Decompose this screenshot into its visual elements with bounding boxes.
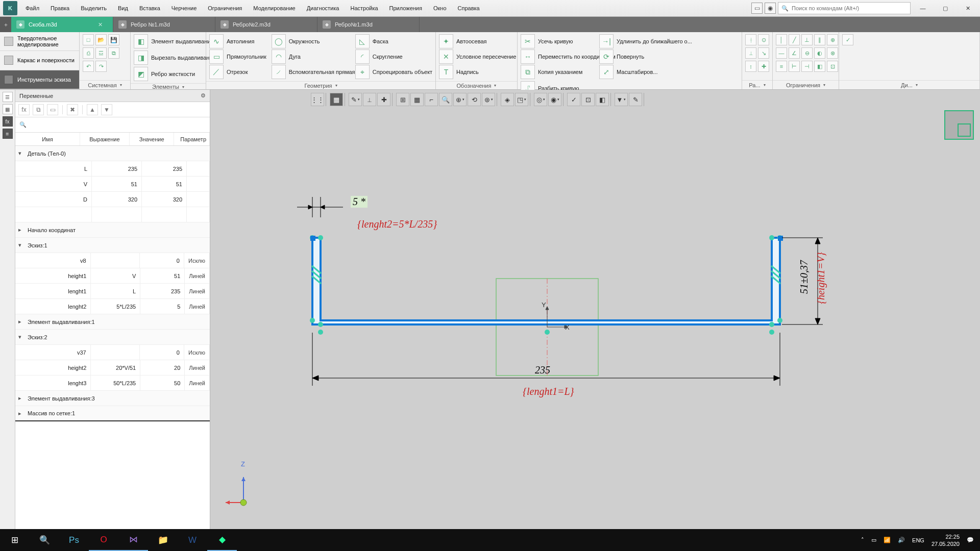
dim-icon[interactable]: ⟂ — [745, 47, 756, 59]
open-icon[interactable]: 📂 — [95, 34, 107, 45]
c-icon[interactable]: ⊖ — [801, 47, 813, 59]
tree-row[interactable]: lenght350*L/23550Линей — [15, 375, 210, 391]
c-icon[interactable]: ⊣ — [801, 61, 813, 72]
copy-cmd-button[interactable]: ⧉Копия указанием — [521, 65, 597, 79]
menu-Справка[interactable]: Справка — [453, 2, 485, 14]
tree-group[interactable]: ▸Массив по сетке:1 — [15, 406, 210, 421]
redo-icon[interactable]: ↷ — [95, 61, 107, 72]
photoshop-icon[interactable]: Ps — [59, 529, 89, 551]
start-button[interactable]: ⊞ — [0, 529, 30, 551]
fillet-button[interactable]: ◜Скругление — [355, 49, 432, 64]
menu-Вид[interactable]: Вид — [113, 2, 133, 14]
libs-icon[interactable]: ▦ — [3, 104, 13, 114]
trim-button[interactable]: ✂Усечь кривую — [521, 34, 597, 48]
auxline-button[interactable]: ⟋Вспомогательная прямая — [272, 65, 353, 79]
link-icon[interactable]: ⧉ — [33, 104, 44, 115]
tree-row[interactable]: v80Исклю — [15, 253, 210, 268]
down-icon[interactable]: ▼ — [101, 104, 112, 115]
dim-icon[interactable]: ✚ — [758, 61, 769, 72]
dim-icon[interactable]: ⟊ — [745, 34, 756, 45]
menu-Выделить[interactable]: Выделить — [76, 2, 112, 14]
move-button[interactable]: ↔Переместить по координатам — [521, 49, 597, 64]
tree-row[interactable]: height1V51Линей — [15, 268, 210, 284]
kompas-icon[interactable]: ◆ — [207, 529, 237, 551]
c-icon[interactable]: ∥ — [814, 34, 825, 45]
menu-Диагностика[interactable]: Диагностика — [302, 2, 345, 14]
tab[interactable]: ◆Скоба.m3d✕ — [11, 17, 113, 32]
volume-icon[interactable]: 🔊 — [898, 537, 905, 543]
arc-button[interactable]: ◠Дуга — [272, 49, 353, 64]
tree-group[interactable]: ▸Элемент выдавливания:3 — [15, 391, 210, 406]
menu-Правка[interactable]: Правка — [45, 2, 75, 14]
c-icon[interactable]: ◐ — [814, 47, 825, 59]
collapse-icon[interactable]: ▭ — [47, 104, 58, 115]
c-icon[interactable]: ⊥ — [801, 34, 813, 45]
extrude-button[interactable]: ◧Элемент выдавливания — [134, 34, 216, 48]
tree-icon[interactable]: ☰ — [3, 92, 13, 102]
rib-button[interactable]: ◩Ребро жесткости — [134, 67, 198, 81]
save-icon[interactable]: 💾 — [108, 34, 119, 45]
menu-Окно[interactable]: Окно — [428, 2, 452, 14]
minimize-button[interactable]: — — [913, 2, 933, 14]
circle-button[interactable]: ◯Окружность — [272, 34, 353, 48]
vscode-icon[interactable]: ⋈ — [118, 529, 148, 551]
camera-icon[interactable]: ◉ — [765, 3, 776, 14]
gear-icon[interactable]: ⚙ — [201, 92, 206, 99]
props-icon[interactable]: ☲ — [95, 47, 107, 59]
c-icon[interactable]: ≡ — [776, 61, 787, 72]
dim-icon[interactable]: ↕ — [745, 61, 756, 72]
tree-row[interactable]: height220*V/5120Линей — [15, 360, 210, 375]
tab[interactable]: ◆Ребро№2.m3d — [215, 17, 317, 32]
undo-icon[interactable]: ↶ — [83, 61, 94, 72]
c-icon[interactable]: │ — [776, 34, 787, 45]
command-search-input[interactable] — [792, 5, 907, 11]
tree-row[interactable]: D320320 — [15, 192, 210, 207]
text-button[interactable]: TНадпись — [439, 65, 510, 79]
fx-button[interactable]: fx — [18, 104, 30, 115]
notifications-icon[interactable]: 💬 — [967, 537, 974, 543]
autoline-button[interactable]: ∿Автолиния — [209, 34, 270, 48]
tree-group[interactable]: ▾Эскиз:1 — [15, 238, 210, 253]
copy-icon[interactable]: ⧉ — [108, 47, 119, 59]
c-icon[interactable]: ⊕ — [827, 34, 838, 45]
close-button[interactable]: ✕ — [958, 2, 978, 14]
project-button[interactable]: ⌖Спроецировать объект — [355, 65, 432, 79]
explorer-icon[interactable]: 📁 — [148, 529, 178, 551]
tab[interactable]: ◆Ребро№1.m3d — [317, 17, 420, 32]
rotate-button[interactable]: ⟳Повернуть — [599, 49, 676, 64]
tree-row[interactable]: V5151 — [15, 177, 210, 192]
c-icon[interactable]: ⊢ — [789, 61, 800, 72]
chamfer-button[interactable]: ◺Фаска — [355, 34, 432, 48]
layout-icon[interactable]: ▭ — [751, 3, 763, 14]
tree-row[interactable]: L235235 — [15, 161, 210, 177]
wifi-icon[interactable]: 📶 — [884, 537, 891, 543]
up-icon[interactable]: ▲ — [87, 104, 98, 115]
tab[interactable]: ◆Ребро №1.m3d — [113, 17, 215, 32]
dim-icon[interactable]: ⊙ — [758, 34, 769, 45]
canvas[interactable]: ⋮⋮ ▦ ✎▾⟂✚ ⊞▦⌐🔍⊕▾⟲⊛▾ ◈◳▾ ◎▾◉▾ ✓⊡◧ ▼▾✎ — [210, 90, 980, 529]
command-search[interactable]: 🔍 — [778, 2, 911, 14]
print-icon[interactable]: ⎙ — [83, 47, 94, 59]
menu-Приложения[interactable]: Приложения — [384, 2, 427, 14]
menu-Моделирование[interactable]: Моделирование — [248, 2, 300, 14]
autooseva-button[interactable]: ✦Автоосевая — [439, 34, 510, 48]
word-icon[interactable]: W — [178, 529, 207, 551]
tree-row[interactable]: lenght1L235Линей — [15, 284, 210, 299]
clock[interactable]: 22:2527.05.2020 — [932, 533, 960, 547]
tree-row[interactable]: lenght25*L/2355Линей — [15, 299, 210, 314]
mode-button[interactable]: Твердотельное моделирование — [0, 32, 79, 51]
c-icon[interactable]: ∠ — [789, 47, 800, 59]
scale-button[interactable]: ⤢Масштабиров... — [599, 65, 676, 79]
rectangle-button[interactable]: ▭Прямоугольник — [209, 49, 270, 64]
search-button[interactable]: 🔍 — [30, 529, 59, 551]
tree-group[interactable]: ▾Деталь (Тел-0) — [15, 146, 210, 161]
menu-Черчение[interactable]: Черчение — [166, 2, 202, 14]
dim-icon[interactable]: ↘ — [758, 47, 769, 59]
menu-Настройка[interactable]: Настройка — [345, 2, 383, 14]
add-tab-button[interactable]: ＋ — [0, 17, 11, 32]
variables-search-input[interactable] — [30, 122, 206, 128]
mode-button[interactable]: Инструменты эскиза — [0, 70, 79, 89]
c-icon[interactable]: ◧ — [814, 61, 825, 72]
tree-group[interactable]: ▸Начало координат — [15, 222, 210, 238]
mode-button[interactable]: Каркас и поверхности — [0, 51, 79, 70]
